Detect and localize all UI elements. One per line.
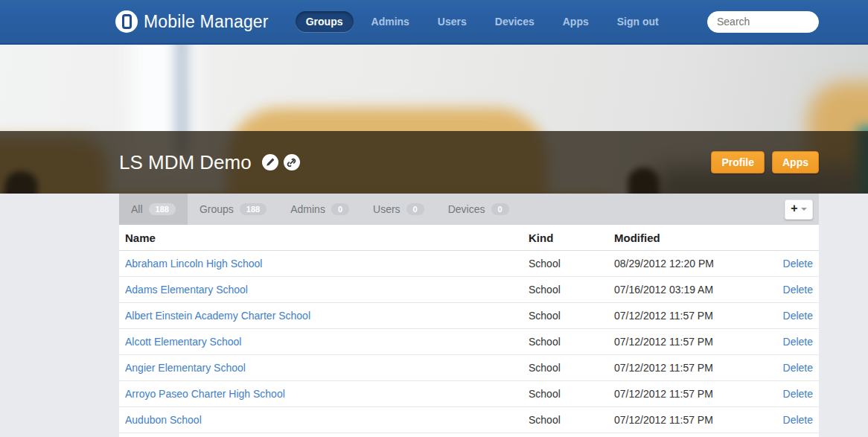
nav-item-groups[interactable]: Groups [296, 11, 354, 32]
tab-all[interactable]: All188 [119, 194, 188, 225]
edit-pencil-icon[interactable] [262, 154, 278, 170]
modified-cell: 07/12/2012 11:57 PM [608, 355, 752, 381]
tab-users[interactable]: Users0 [361, 194, 436, 225]
delete-link[interactable]: Delete [783, 362, 813, 374]
profile-button[interactable]: Profile [711, 151, 765, 173]
kind-cell: School [523, 251, 608, 277]
group-name-link[interactable]: Albert Einstein Academy Charter School [125, 310, 310, 322]
modified-cell: 08/29/2012 12:20 PM [608, 251, 752, 277]
group-name-link[interactable]: Adams Elementary School [125, 284, 248, 296]
search-input[interactable] [707, 11, 819, 33]
table-row: Audubon SchoolSchool07/12/2012 11:57 PMD… [119, 407, 819, 433]
entity-tabbar: All188Groups188Admins0Users0Devices0 + [119, 194, 819, 225]
main-nav: GroupsAdminsUsersDevicesAppsSign out [296, 11, 669, 32]
chevron-down-icon [801, 208, 807, 211]
nav-item-devices[interactable]: Devices [485, 11, 545, 32]
tab-groups[interactable]: Groups188 [188, 194, 278, 225]
modified-cell: 07/12/2012 11:57 PM [608, 303, 752, 329]
mobile-manager-logo-icon [115, 10, 138, 33]
kind-cell: School [523, 355, 608, 381]
delete-link[interactable]: Delete [783, 414, 813, 426]
modified-cell: 07/12/2012 11:57 PM [608, 407, 752, 433]
delete-link[interactable]: Delete [783, 310, 813, 322]
tab-devices[interactable]: Devices0 [436, 194, 521, 225]
column-header-modified: Modified [608, 225, 752, 251]
tab-admins[interactable]: Admins0 [278, 194, 361, 225]
group-name-link[interactable]: Arroyo Paseo Charter High School [125, 388, 285, 400]
table-row: Albert Einstein Academy Charter SchoolSc… [119, 303, 819, 329]
delete-link[interactable]: Delete [783, 336, 813, 348]
group-name-link[interactable]: Alcott Elementary School [125, 336, 241, 348]
table-row: Alcott Elementary SchoolSchool07/12/2012… [119, 329, 819, 355]
table-row: Arroyo Paseo Charter High SchoolSchool07… [119, 381, 819, 407]
tab-count-badge: 0 [406, 203, 424, 215]
tab-label: Groups [200, 203, 234, 215]
modified-cell: 07/12/2012 11:57 PM [608, 329, 752, 355]
kind-cell: School [523, 407, 608, 433]
nav-item-users[interactable]: Users [427, 11, 477, 32]
table-header-row: Name Kind Modified [119, 225, 819, 251]
table-panel: Name Kind Modified Abraham Lincoln High … [119, 225, 819, 437]
group-name-link[interactable]: Audubon School [125, 414, 202, 426]
groups-table: Name Kind Modified Abraham Lincoln High … [119, 225, 819, 433]
group-name-link[interactable]: Angier Elementary School [125, 362, 246, 374]
delete-link[interactable]: Delete [783, 258, 813, 269]
tab-count-badge: 0 [331, 203, 349, 215]
tab-label: Devices [448, 203, 485, 215]
nav-item-sign-out[interactable]: Sign out [607, 11, 669, 32]
kind-cell: School [523, 277, 608, 303]
nav-item-apps[interactable]: Apps [552, 11, 599, 32]
kind-cell: School [523, 303, 608, 329]
column-header-kind: Kind [523, 225, 608, 251]
tab-label: Users [373, 203, 401, 215]
kind-cell: School [523, 329, 608, 355]
modified-cell: 07/16/2012 03:19 AM [608, 277, 752, 303]
page-title: LS MDM Demo [119, 151, 252, 174]
table-row: Angier Elementary SchoolSchool07/12/2012… [119, 355, 819, 381]
app-title: Mobile Manager [144, 12, 269, 32]
tab-label: Admins [290, 203, 325, 215]
top-navbar: Mobile Manager GroupsAdminsUsersDevicesA… [0, 0, 868, 45]
table-row: Adams Elementary SchoolSchool07/16/2012 … [119, 277, 819, 303]
modified-cell: 07/12/2012 11:57 PM [608, 381, 752, 407]
hero-overlay: LS MDM Demo ProfileApps [0, 131, 868, 194]
hero-banner: LS MDM Demo ProfileApps [0, 45, 868, 194]
tab-label: All [131, 203, 143, 215]
plus-icon: + [791, 202, 797, 214]
apps-button[interactable]: Apps [772, 151, 819, 173]
group-name-link[interactable]: Abraham Lincoln High School [125, 258, 262, 269]
tab-count-badge: 188 [149, 203, 176, 215]
column-header-name: Name [119, 225, 523, 251]
tab-count-badge: 0 [491, 203, 509, 215]
add-item-button[interactable]: + [785, 200, 813, 220]
delete-link[interactable]: Delete [783, 284, 813, 296]
table-row: Abraham Lincoln High SchoolSchool08/29/2… [119, 251, 819, 277]
app-brand: Mobile Manager [115, 10, 269, 33]
tab-count-badge: 188 [240, 203, 267, 215]
nav-item-admins[interactable]: Admins [361, 11, 420, 32]
link-icon[interactable] [284, 154, 300, 170]
delete-link[interactable]: Delete [783, 388, 813, 400]
kind-cell: School [523, 381, 608, 407]
